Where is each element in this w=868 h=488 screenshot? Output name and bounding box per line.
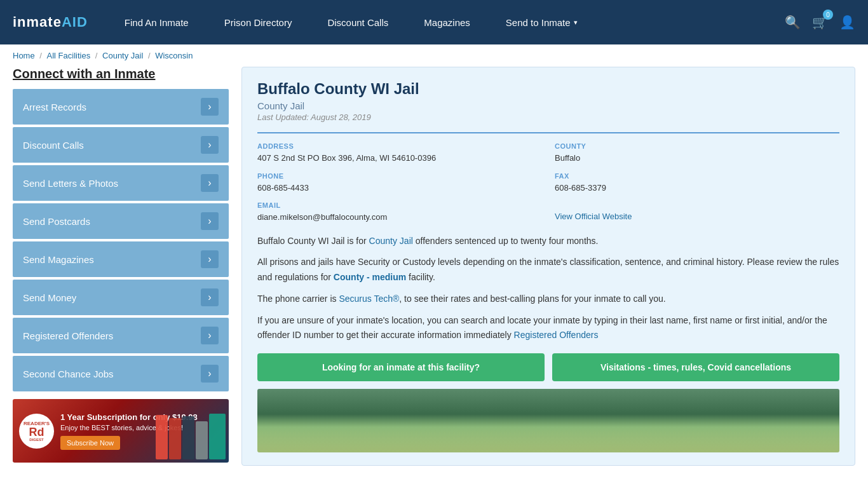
sidebar-item-send-letters[interactable]: Send Letters & Photos › [13, 165, 229, 201]
logo-text: inmateAID [13, 14, 88, 30]
ad-rd-big: Rd [29, 426, 44, 438]
sidebar-item-label: Send Magazines [23, 254, 94, 265]
ad-rd-logo: READER'S Rd DIGEST [19, 414, 54, 449]
sidebar-title: Connect with an Inmate [13, 67, 229, 81]
desc-2: All prisons and jails have Security or C… [257, 255, 839, 285]
sidebar-item-label: Send Money [23, 292, 76, 303]
registered-offenders-link[interactable]: Registered Offenders [514, 330, 599, 340]
county-block: COUNTY Buffalo [555, 142, 839, 165]
desc-1: Buffalo County WI Jail is for County Jai… [257, 234, 839, 249]
nav-find-inmate[interactable]: Find An Inmate [107, 0, 207, 44]
county-value: Buffalo [555, 152, 839, 165]
sidebar-item-label: Second Chance Jobs [23, 369, 114, 379]
website-block: View Official Website [555, 201, 839, 224]
sidebar-item-label: Send Postcards [23, 216, 90, 227]
book-1 [156, 415, 168, 459]
header-icons: 🔍 🛒 0 👤 [785, 15, 855, 30]
nav-prison-directory[interactable]: Prison Directory [207, 0, 310, 44]
cta-row: Looking for an inmate at this facility? … [257, 353, 839, 381]
sidebar: Connect with an Inmate Arrest Records › … [13, 67, 229, 466]
facility-subtitle: County Jail [257, 100, 839, 111]
book-5 [209, 414, 226, 459]
chevron-right-icon: › [201, 250, 219, 268]
nav-magazines[interactable]: Magazines [406, 0, 488, 44]
sidebar-menu: Arrest Records › Discount Calls › Send L… [13, 89, 229, 391]
search-icon[interactable]: 🔍 [785, 15, 801, 30]
main-content: Connect with an Inmate Arrest Records › … [0, 67, 868, 466]
address-value: 407 S 2nd St PO Box 396, Alma, WI 54610-… [257, 152, 542, 165]
phone-block: PHONE 608-685-4433 [257, 172, 542, 194]
user-icon[interactable]: 👤 [839, 15, 855, 30]
cart-badge: 0 [823, 10, 833, 20]
main-nav: Find An Inmate Prison Directory Discount… [107, 0, 785, 44]
dropdown-arrow-icon: ▾ [574, 18, 578, 27]
chevron-right-icon: › [201, 212, 219, 230]
county-medium-link[interactable]: County - medium [334, 272, 406, 282]
nav-discount-calls[interactable]: Discount Calls [309, 0, 406, 44]
ad-subscribe-button[interactable]: Subscribe Now [60, 436, 120, 450]
chevron-right-icon: › [201, 98, 219, 116]
breadcrumb-all-facilities[interactable]: All Facilities [47, 51, 91, 60]
chevron-right-icon: › [201, 136, 219, 154]
breadcrumb-county-jail[interactable]: County Jail [102, 51, 143, 60]
sidebar-item-send-magazines[interactable]: Send Magazines › [13, 241, 229, 277]
cart-icon[interactable]: 🛒 0 [812, 15, 828, 30]
sidebar-item-send-money[interactable]: Send Money › [13, 280, 229, 315]
sidebar-item-registered-offenders[interactable]: Registered Offenders › [13, 318, 229, 353]
chevron-right-icon: › [201, 327, 219, 344]
securus-link[interactable]: Securus Tech® [339, 294, 399, 304]
breadcrumb: Home / All Facilities / County Jail / Wi… [0, 44, 868, 67]
looking-for-inmate-button[interactable]: Looking for an inmate at this facility? [257, 353, 545, 381]
breadcrumb-home[interactable]: Home [13, 51, 35, 60]
desc-4: If you are unsure of your inmate's locat… [257, 313, 839, 344]
sidebar-item-discount-calls[interactable]: Discount Calls › [13, 127, 229, 163]
header: inmateAID Find An Inmate Prison Director… [0, 0, 868, 44]
fax-block: FAX 608-685-3379 [555, 172, 839, 194]
facility-card: Buffalo County WI Jail County Jail Last … [241, 67, 855, 466]
fax-value: 608-685-3379 [555, 182, 839, 194]
nav-send-to-inmate[interactable]: Send to Inmate ▾ [488, 0, 595, 44]
sidebar-item-send-postcards[interactable]: Send Postcards › [13, 203, 229, 239]
ad-books [153, 399, 229, 463]
photo-overlay [257, 427, 839, 452]
book-2 [169, 418, 181, 459]
phone-value: 608-685-4433 [257, 182, 542, 194]
ad-banner: READER'S Rd DIGEST 1 Year Subscription f… [13, 399, 229, 463]
desc-3: The phone carrier is Securus Tech®, to s… [257, 292, 839, 307]
sidebar-item-second-chance-jobs[interactable]: Second Chance Jobs › [13, 356, 229, 391]
address-block: ADDRESS 407 S 2nd St PO Box 396, Alma, W… [257, 142, 542, 165]
logo[interactable]: inmateAID [13, 14, 88, 30]
facility-title: Buffalo County WI Jail [257, 80, 839, 98]
book-3 [182, 416, 194, 459]
facility-updated: Last Updated: August 28, 2019 [257, 112, 839, 122]
facility-photo [257, 389, 839, 452]
email-block: EMAIL diane.mikelson@buffalocounty.com [257, 201, 542, 224]
breadcrumb-wisconsin[interactable]: Wisconsin [155, 51, 193, 60]
sidebar-item-label: Send Letters & Photos [23, 178, 118, 189]
ad-rd-tag: DIGEST [29, 438, 43, 442]
book-4 [196, 421, 208, 459]
chevron-right-icon: › [201, 174, 219, 192]
sidebar-item-label: Registered Offenders [23, 330, 113, 341]
county-jail-link[interactable]: County Jail [369, 236, 413, 246]
sidebar-item-label: Arrest Records [23, 102, 86, 112]
facility-description: Buffalo County WI Jail is for County Jai… [257, 234, 839, 344]
facility-info-grid: ADDRESS 407 S 2nd St PO Box 396, Alma, W… [257, 132, 839, 224]
email-value: diane.mikelson@buffalocounty.com [257, 211, 542, 224]
sidebar-item-label: Discount Calls [23, 140, 84, 151]
chevron-right-icon: › [201, 288, 219, 306]
visitations-button[interactable]: Visitations - times, rules, Covid cancel… [552, 353, 839, 381]
official-website-link[interactable]: View Official Website [555, 212, 632, 221]
sidebar-item-arrest-records[interactable]: Arrest Records › [13, 89, 229, 125]
chevron-right-icon: › [201, 365, 219, 383]
